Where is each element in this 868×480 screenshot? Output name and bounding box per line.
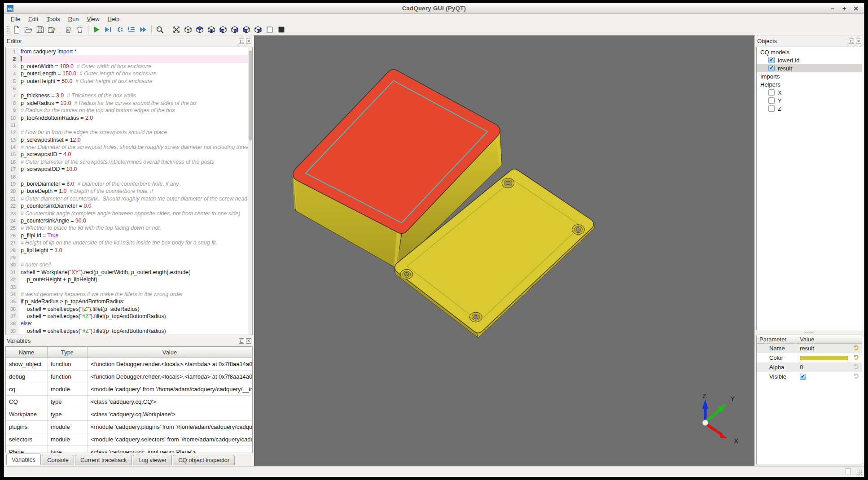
- variables-close-icon[interactable]: ✕: [246, 338, 251, 344]
- panel-splitter[interactable]: [754, 330, 864, 335]
- tree-item-imports[interactable]: Imports: [757, 72, 862, 80]
- property-value[interactable]: [795, 356, 853, 360]
- tree-item-helpers[interactable]: Helpers: [757, 80, 862, 88]
- menu-view[interactable]: View: [83, 15, 104, 23]
- tree-item-x[interactable]: X: [757, 88, 862, 96]
- fit-view-icon[interactable]: [171, 24, 182, 35]
- table-row[interactable]: Planetype<class 'cadquery.occ_impl.geom.…: [6, 446, 252, 453]
- code-line[interactable]: 5p_outerHeight = 50.0 # Outer height of …: [6, 78, 248, 85]
- checked-checkbox[interactable]: [768, 65, 775, 71]
- minimize-button[interactable]: –: [829, 5, 836, 12]
- code-line[interactable]: 34# weird geometry happens if we make th…: [6, 291, 248, 298]
- editor-float-icon[interactable]: [239, 39, 244, 44]
- cube-back-icon[interactable]: [229, 24, 241, 35]
- column-header-name[interactable]: Name: [6, 347, 48, 358]
- code-line[interactable]: 9# Radius for the curves on the top and …: [6, 107, 248, 114]
- column-header-value[interactable]: Value: [88, 347, 252, 358]
- property-row-visible[interactable]: Visible: [757, 372, 862, 381]
- step-into-icon[interactable]: [126, 24, 137, 35]
- menu-file[interactable]: File: [7, 15, 24, 23]
- resize-grip-icon[interactable]: [857, 470, 863, 476]
- code-line[interactable]: 20p_boreDepth = 1.0 # Depth of the count…: [6, 188, 248, 195]
- table-row[interactable]: cqmodule<module 'cadquery' from '/home/a…: [6, 383, 252, 396]
- objects-close-icon[interactable]: ✕: [856, 39, 861, 44]
- code-line[interactable]: 31oshell = Workplane("XY").rect(p_outerW…: [6, 269, 248, 276]
- code-line[interactable]: 4p_outerLength = 150.0 # Outer length of…: [6, 70, 248, 77]
- editor-scrollbar[interactable]: [248, 47, 252, 335]
- code-line[interactable]: 25# Whether to place the lid with the to…: [6, 224, 248, 231]
- table-row[interactable]: CQtype<class 'cadquery.cq.CQ'>: [6, 396, 252, 408]
- tab-variables[interactable]: Variables: [6, 454, 41, 465]
- menu-run[interactable]: Run: [64, 15, 83, 23]
- objects-float-icon[interactable]: [849, 39, 854, 44]
- zoom-icon[interactable]: [154, 24, 166, 35]
- 3d-viewport[interactable]: Z Y X: [254, 35, 754, 466]
- variables-float-icon[interactable]: [239, 338, 244, 344]
- code-line[interactable]: 8p_sideRadius = 10.0 # Radius for the cu…: [6, 100, 248, 107]
- code-line[interactable]: 7p_thickness = 3.0 # Thickness of the bo…: [6, 92, 248, 99]
- code-line[interactable]: 24p_countersinkAngle = 90.0: [6, 217, 248, 224]
- code-line[interactable]: 18: [6, 173, 248, 180]
- color-swatch[interactable]: [800, 356, 848, 360]
- code-line[interactable]: 17p_screwpostOD = 10.0: [6, 166, 248, 173]
- delete-all-icon[interactable]: [74, 24, 86, 35]
- editor-close-icon[interactable]: ✕: [246, 39, 251, 44]
- code-line[interactable]: 37 oshell = oshell.edges("#Z").fillet(p_…: [6, 313, 248, 320]
- code-line[interactable]: 12# How far in from the edges the screwp…: [6, 129, 248, 136]
- property-row-color[interactable]: Color: [757, 353, 862, 362]
- code-line[interactable]: 22p_countersinkDiameter = 0.0: [6, 202, 248, 209]
- code-line[interactable]: 23# Countersink angle (complete angle be…: [6, 210, 248, 217]
- cube-front-icon[interactable]: [217, 24, 229, 35]
- table-row[interactable]: Workplanetype<class 'cadquery.cq.Workpla…: [6, 408, 252, 421]
- code-editor[interactable]: 1from cadquery import *23p_outerWidth = …: [5, 47, 253, 335]
- code-line[interactable]: 14# nner Diameter of the screwpost holes…: [6, 144, 248, 151]
- code-line[interactable]: 10p_topAndBottomRadius = 2.0: [6, 114, 248, 122]
- code-line[interactable]: 39 oshell = oshell.edges("#Z").fillet(p_…: [6, 327, 248, 335]
- unchecked-checkbox[interactable]: [768, 105, 775, 112]
- shaded-icon[interactable]: [276, 24, 287, 35]
- tree-item-cq-models[interactable]: CQ models: [757, 48, 862, 56]
- code-line[interactable]: 33: [6, 284, 248, 291]
- open-file-icon[interactable]: [22, 24, 34, 35]
- toolbar-drag-handle[interactable]: [6, 26, 9, 34]
- menu-help[interactable]: Help: [104, 15, 124, 23]
- menu-edit[interactable]: Edit: [24, 15, 42, 23]
- save-as-icon[interactable]: [46, 24, 57, 35]
- run-to-line-icon[interactable]: [102, 24, 114, 35]
- step-icon[interactable]: [114, 24, 126, 35]
- code-line[interactable]: 15p_screwpostID = 4.0: [6, 151, 248, 158]
- code-line[interactable]: 28p_lipHeight = 1.0: [6, 247, 248, 254]
- code-line[interactable]: 19p_boreDiameter = 8.0 # Diameter of the…: [6, 180, 248, 188]
- run-icon[interactable]: [91, 24, 102, 35]
- table-row[interactable]: debugfunction<function Debugger.render.<…: [6, 371, 252, 383]
- code-line[interactable]: 35if p_sideRadius > p_topAndBottomRadius…: [6, 298, 248, 305]
- tree-item-y[interactable]: Y: [757, 96, 862, 105]
- cube-iso-icon[interactable]: [182, 24, 194, 35]
- undo-icon[interactable]: [853, 354, 860, 362]
- code-line[interactable]: 13p_screwpostInset = 12.0: [6, 136, 248, 144]
- cube-top-icon[interactable]: [194, 24, 206, 35]
- delete-icon[interactable]: [62, 24, 74, 35]
- code-line[interactable]: 27# Height of lip on the underside of th…: [6, 239, 248, 246]
- new-file-icon[interactable]: [11, 24, 22, 35]
- code-line[interactable]: 30# outer shell: [6, 261, 248, 268]
- code-line[interactable]: 26p_flipLid = True: [6, 232, 248, 239]
- property-row-alpha[interactable]: Alpha0: [757, 362, 862, 372]
- cube-bottom-icon[interactable]: [206, 24, 217, 35]
- unchecked-checkbox[interactable]: [768, 89, 775, 96]
- code-line[interactable]: 2: [6, 55, 248, 62]
- property-row-name[interactable]: Nameresult: [757, 344, 862, 353]
- tree-item-result[interactable]: result: [757, 64, 862, 72]
- editor-scrollbar-thumb[interactable]: [249, 51, 252, 140]
- unchecked-checkbox[interactable]: [768, 97, 775, 104]
- table-row[interactable]: show_objectfunction<function Debugger.re…: [6, 358, 252, 371]
- code-line[interactable]: 21# Outer diameter of countersink. Shoul…: [6, 195, 248, 202]
- title-bar[interactable]: cq CadQuery GUI (PyQT) – + ✕: [4, 3, 864, 14]
- cube-left-icon[interactable]: [241, 24, 252, 35]
- code-line[interactable]: 3p_outerWidth = 100.0 # Outer width of b…: [6, 63, 248, 70]
- wireframe-icon[interactable]: [264, 24, 276, 35]
- tab-console[interactable]: Console: [42, 455, 74, 465]
- code-line[interactable]: 11: [6, 122, 248, 129]
- code-line[interactable]: 32 p_outerHeight + p_lipHeight): [6, 276, 248, 283]
- undo-icon[interactable]: [853, 345, 860, 353]
